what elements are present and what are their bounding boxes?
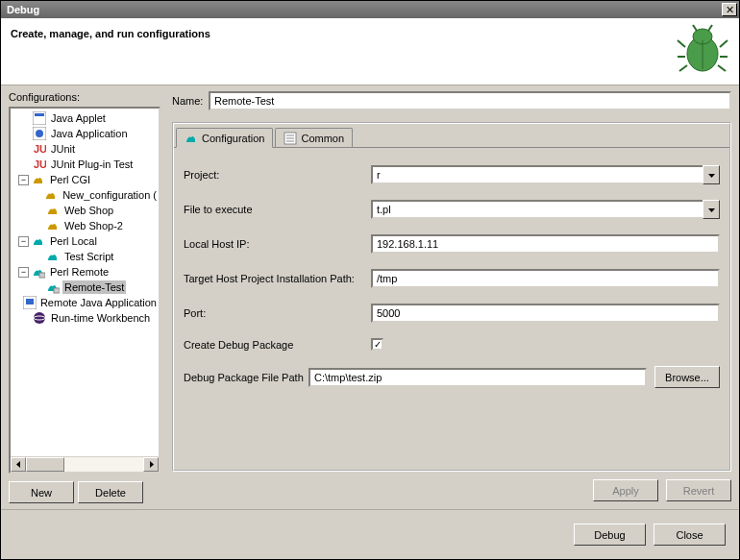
svg-point-23 — [34, 312, 45, 324]
remote-java-icon — [23, 295, 37, 310]
create-pkg-checkbox[interactable]: ✓ — [371, 338, 383, 351]
project-combo[interactable] — [371, 165, 703, 184]
tree-item-remote-java[interactable]: Remote Java Application — [11, 295, 159, 310]
camel-icon — [45, 203, 61, 218]
junit-icon: JU — [32, 141, 47, 157]
svg-rect-19 — [39, 273, 45, 278]
new-button[interactable]: New — [9, 481, 74, 503]
camel-icon — [31, 172, 46, 187]
file-combo[interactable] — [371, 200, 703, 219]
scrollbar-horizontal[interactable] — [11, 456, 159, 472]
apply-button[interactable]: Apply — [593, 479, 658, 501]
header: Create, manage, and run configurations — [1, 18, 739, 85]
header-title: Create, manage, and run configurations — [1, 18, 220, 85]
check-icon: ✓ — [374, 339, 382, 350]
tab-common[interactable]: Common — [275, 128, 353, 147]
close-icon[interactable]: ✕ — [722, 3, 737, 16]
browse-button[interactable]: Browse... — [654, 366, 720, 388]
name-label: Name: — [172, 95, 209, 107]
svg-line-9 — [708, 25, 712, 31]
java-app-icon — [32, 126, 47, 141]
port-label: Port: — [184, 307, 371, 319]
scroll-track[interactable] — [64, 457, 143, 472]
window-title: Debug — [3, 4, 722, 15]
svg-line-7 — [718, 65, 726, 71]
camel-icon — [45, 249, 61, 264]
tree-item-runtime-workbench[interactable]: Run-time Workbench — [11, 310, 159, 326]
camel-icon — [185, 132, 198, 145]
svg-rect-22 — [26, 299, 34, 304]
tab-label: Common — [301, 133, 344, 144]
tab-configuration[interactable]: Configuration — [176, 128, 273, 148]
common-icon — [284, 132, 297, 145]
svg-text:JU: JU — [34, 143, 46, 155]
junit-plugin-icon: JU — [32, 157, 47, 172]
tab-body: Project: File to execute — [174, 147, 729, 470]
camel-icon — [31, 233, 46, 249]
svg-line-3 — [720, 40, 728, 47]
camel-remote-icon — [31, 264, 46, 280]
tree-item-web-shop-2[interactable]: Web Shop-2 — [11, 218, 159, 233]
configurations-tree[interactable]: Java Applet Java Application JUJUnit JUJ… — [9, 107, 160, 474]
svg-text:JU: JU — [34, 158, 46, 170]
tree-item-java-applet[interactable]: Java Applet — [11, 110, 159, 126]
debug-button[interactable]: Debug — [574, 523, 646, 546]
debug-dialog: Debug ✕ Create, manage, and run configur… — [0, 0, 740, 560]
camel-icon — [44, 187, 59, 203]
configurations-label: Configurations: — [9, 91, 160, 103]
close-button[interactable]: Close — [654, 523, 726, 546]
file-label: File to execute — [184, 204, 371, 215]
tree-item-perl-remote[interactable]: −Perl Remote — [11, 264, 159, 280]
port-input[interactable] — [371, 304, 720, 323]
tabs: Configuration Common Project: — [172, 122, 731, 472]
bug-icon — [676, 23, 729, 77]
footer: Debug Close — [1, 509, 739, 559]
delete-button[interactable]: Delete — [78, 481, 143, 503]
titlebar: Debug ✕ — [1, 1, 739, 18]
tree-item-remote-test[interactable]: Remote-Test — [11, 280, 159, 295]
tree-item-test-script[interactable]: Test Script — [11, 249, 159, 264]
svg-point-14 — [36, 130, 43, 137]
chevron-down-icon[interactable] — [703, 200, 720, 219]
svg-rect-12 — [35, 113, 44, 116]
local-host-label: Local Host IP: — [184, 238, 371, 250]
tree-item-web-shop[interactable]: Web Shop — [11, 203, 159, 218]
scroll-thumb[interactable] — [26, 457, 64, 472]
collapse-icon[interactable]: − — [18, 175, 29, 185]
create-pkg-label: Create Debug Package — [184, 339, 371, 351]
collapse-icon[interactable]: − — [18, 236, 29, 247]
svg-line-6 — [679, 65, 687, 71]
tree-item-java-application[interactable]: Java Application — [11, 126, 159, 141]
configurations-panel: Configurations: Java Applet Java Applica… — [1, 85, 160, 509]
name-input[interactable] — [209, 91, 731, 110]
eclipse-icon — [32, 310, 47, 326]
tree-item-perl-local[interactable]: −Perl Local — [11, 233, 159, 249]
configuration-detail: Name: Configuration Common Proje — [160, 85, 739, 509]
tree-item-junit-plugin[interactable]: JUJUnit Plug-in Test — [11, 157, 159, 172]
svg-line-8 — [693, 25, 697, 31]
collapse-icon[interactable]: − — [18, 267, 29, 278]
camel-icon — [45, 218, 61, 233]
scroll-right-icon[interactable] — [143, 457, 159, 472]
svg-line-2 — [678, 40, 685, 47]
revert-button[interactable]: Revert — [666, 479, 731, 501]
tree-item-perl-cgi[interactable]: −Perl CGI — [11, 172, 159, 187]
applet-icon — [32, 110, 47, 126]
pkg-path-label: Debug Package File Path — [184, 372, 308, 383]
target-path-input[interactable] — [371, 269, 720, 288]
camel-remote-icon — [45, 280, 61, 295]
local-host-input[interactable] — [371, 234, 720, 254]
project-label: Project: — [184, 169, 371, 181]
body: Configurations: Java Applet Java Applica… — [1, 85, 739, 509]
tab-label: Configuration — [202, 133, 264, 144]
tree-item-junit[interactable]: JUJUnit — [11, 141, 159, 157]
pkg-path-input[interactable] — [308, 368, 647, 387]
tree-item-new-config[interactable]: New_configuration ( — [11, 187, 159, 203]
svg-rect-20 — [54, 288, 60, 293]
chevron-down-icon[interactable] — [703, 165, 720, 184]
target-path-label: Target Host Project Installation Path: — [184, 273, 371, 284]
scroll-left-icon[interactable] — [11, 457, 26, 472]
